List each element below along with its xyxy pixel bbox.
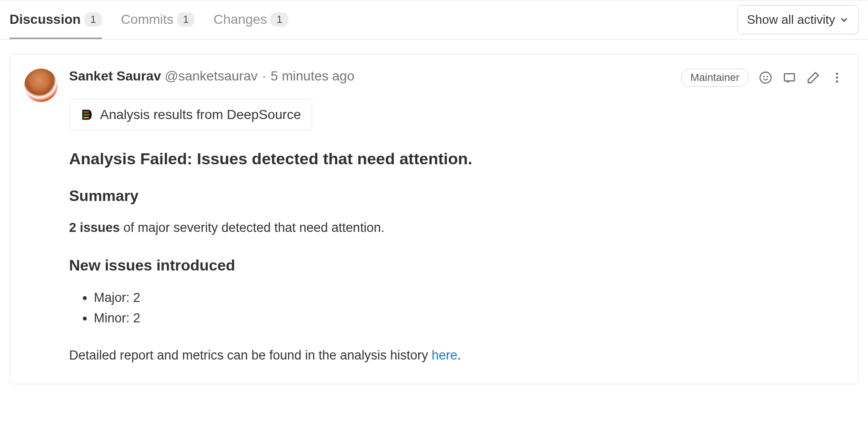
new-issues-heading: New issues introduced <box>69 257 844 274</box>
deepsource-logo-icon <box>80 108 93 121</box>
comment-timestamp: 5 minutes ago <box>271 69 354 83</box>
tab-discussion-label: Discussion <box>10 12 81 27</box>
author-username[interactable]: @sanketsaurav <box>165 69 258 83</box>
activity-filter-label: Show all activity <box>747 12 835 27</box>
tabs-bar: Discussion 1 Commits 1 Changes 1 Show al… <box>0 0 868 40</box>
tab-changes-label: Changes <box>213 12 267 27</box>
comment-content: Sanket Saurav @sanketsaurav · 5 minutes … <box>69 69 844 370</box>
discussion-comment: Sanket Saurav @sanketsaurav · 5 minutes … <box>10 54 858 384</box>
analysis-history-link[interactable]: here <box>432 348 457 362</box>
comment-actions: Maintainer <box>681 69 844 87</box>
tab-discussion[interactable]: Discussion 1 <box>10 0 102 39</box>
tab-changes[interactable]: Changes 1 <box>213 0 288 39</box>
analysis-box-label: Analysis results from DeepSource <box>100 107 301 122</box>
role-badge: Maintainer <box>681 69 748 87</box>
summary-text: 2 issues of major severity detected that… <box>69 218 844 238</box>
svg-point-2 <box>767 76 767 77</box>
svg-rect-3 <box>785 74 795 81</box>
analysis-summary-box: Analysis results from DeepSource <box>69 99 312 130</box>
detail-prefix: Detailed report and metrics can be found… <box>69 348 432 362</box>
tab-commits[interactable]: Commits 1 <box>121 0 195 39</box>
svg-point-6 <box>836 80 838 83</box>
activity-filter-dropdown[interactable]: Show all activity <box>737 5 858 34</box>
summary-issues-count: 2 issues <box>69 220 120 235</box>
list-item: Minor: 2 <box>94 308 844 329</box>
svg-point-1 <box>764 76 764 77</box>
issues-list: Major: 2 Minor: 2 <box>94 288 844 329</box>
avatar[interactable] <box>24 69 58 102</box>
comment-header: Sanket Saurav @sanketsaurav · 5 minutes … <box>69 69 844 87</box>
tabs: Discussion 1 Commits 1 Changes 1 <box>10 0 288 39</box>
more-icon[interactable] <box>830 71 844 84</box>
edit-icon[interactable] <box>807 71 820 84</box>
emoji-icon[interactable] <box>759 71 772 84</box>
author-line: Sanket Saurav @sanketsaurav · 5 minutes … <box>69 69 354 84</box>
summary-rest: of major severity detected that need att… <box>120 220 384 235</box>
reply-icon[interactable] <box>783 71 796 84</box>
tab-changes-count: 1 <box>271 12 288 27</box>
chevron-down-icon <box>840 12 848 27</box>
tab-discussion-count: 1 <box>84 12 101 27</box>
svg-point-5 <box>836 77 838 79</box>
detail-text: Detailed report and metrics can be found… <box>69 346 844 365</box>
separator-dot: · <box>262 69 267 83</box>
tab-commits-count: 1 <box>177 12 194 27</box>
list-item: Major: 2 <box>94 288 844 308</box>
detail-suffix: . <box>457 348 461 362</box>
svg-point-4 <box>836 73 838 75</box>
summary-heading: Summary <box>69 187 844 205</box>
analysis-status-heading: Analysis Failed: Issues detected that ne… <box>69 150 844 168</box>
svg-point-0 <box>760 72 771 83</box>
author-display-name[interactable]: Sanket Saurav <box>69 69 161 83</box>
tab-commits-label: Commits <box>121 12 173 27</box>
comment-body: Analysis Failed: Issues detected that ne… <box>69 150 844 365</box>
